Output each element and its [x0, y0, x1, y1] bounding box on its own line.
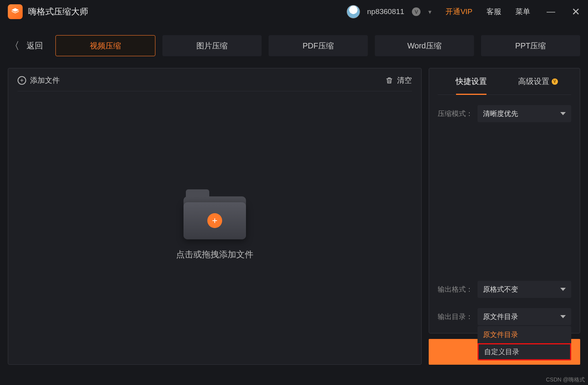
tab-word[interactable]: Word压缩: [375, 35, 474, 56]
caret-down-icon: [560, 315, 566, 318]
vip-link[interactable]: 开通VIP: [445, 7, 472, 17]
caret-down-icon: [560, 288, 566, 291]
outdir-option-custom[interactable]: 自定义目录: [478, 343, 571, 360]
app-title: 嗨格式压缩大师: [28, 6, 88, 18]
annotation-arrow: [0, 373, 588, 385]
drop-panel: + 添加文件 清空 + 点击或拖拽添加文件: [8, 68, 422, 365]
settings-box: 快捷设置 高级设置 V 压缩模式： 清晰度优先 输出格式： 原格式不变: [429, 68, 580, 333]
caret-down-icon: [560, 112, 566, 115]
format-label: 输出格式：: [438, 285, 473, 294]
tab-ppt[interactable]: PPT压缩: [481, 35, 580, 56]
minimize-button[interactable]: —: [547, 7, 555, 17]
settings-tab-quick[interactable]: 快捷设置: [438, 68, 504, 94]
folder-icon: +: [184, 189, 246, 239]
chevron-down-icon[interactable]: ▾: [428, 8, 431, 16]
settings-panel: 快捷设置 高级设置 V 压缩模式： 清晰度优先 输出格式： 原格式不变: [429, 68, 580, 365]
trash-icon[interactable]: [385, 76, 393, 85]
setting-row-outdir: 输出目录： 原文件目录 原文件目录 自定义目录: [438, 308, 571, 325]
app-logo: [8, 4, 23, 19]
outdir-option-original[interactable]: 原文件目录: [478, 326, 571, 343]
format-select[interactable]: 原格式不变: [478, 281, 571, 298]
format-value: 原格式不变: [483, 285, 518, 294]
menu-link[interactable]: 菜单: [515, 7, 530, 17]
vip-badge-icon: V: [412, 7, 421, 16]
vip-dot-icon: V: [552, 78, 558, 85]
setting-row-mode: 压缩模式： 清晰度优先: [438, 105, 571, 122]
settings-tab-advanced[interactable]: 高级设置 V: [504, 68, 571, 94]
mode-label: 压缩模式：: [438, 109, 473, 118]
mode-select[interactable]: 清晰度优先: [478, 105, 571, 122]
titlebar: 嗨格式压缩大师 np8360811 V ▾ 开通VIP 客服 菜单 — ✕: [0, 0, 588, 23]
folder-plus-icon: +: [207, 213, 222, 228]
settings-tabs: 快捷设置 高级设置 V: [438, 68, 571, 95]
add-file-button[interactable]: 添加文件: [30, 75, 60, 86]
back-chevron-icon[interactable]: 〈: [9, 39, 20, 53]
tab-row: 〈 返回 视频压缩 图片压缩 PDF压缩 Word压缩 PPT压缩: [0, 23, 588, 60]
drop-hint: 点击或拖拽添加文件: [176, 249, 253, 260]
back-button[interactable]: 返回: [27, 40, 43, 51]
mode-value: 清晰度优先: [483, 109, 518, 118]
tab-pdf[interactable]: PDF压缩: [269, 35, 368, 56]
outdir-value: 原文件目录: [483, 312, 518, 321]
plus-circle-icon[interactable]: +: [18, 76, 26, 85]
drop-header: + 添加文件 清空: [18, 75, 412, 91]
content: + 添加文件 清空 + 点击或拖拽添加文件 快捷设置 高级设置 V: [0, 60, 588, 373]
avatar[interactable]: [347, 5, 360, 18]
outdir-select[interactable]: 原文件目录: [478, 308, 571, 325]
close-button[interactable]: ✕: [572, 6, 580, 18]
outdir-dropdown: 原文件目录 自定义目录: [478, 326, 571, 360]
watermark: CSDN @嗨格式: [546, 376, 585, 383]
clear-button[interactable]: 清空: [397, 75, 412, 86]
tab-video[interactable]: 视频压缩: [55, 35, 155, 56]
username: np8360811: [367, 7, 404, 16]
setting-row-format: 输出格式： 原格式不变: [438, 281, 571, 298]
stack-icon: [11, 7, 20, 16]
outdir-label: 输出目录：: [438, 312, 473, 321]
support-link[interactable]: 客服: [486, 7, 501, 17]
tab-image[interactable]: 图片压缩: [162, 35, 262, 56]
drop-zone[interactable]: + 点击或拖拽添加文件: [18, 91, 412, 357]
